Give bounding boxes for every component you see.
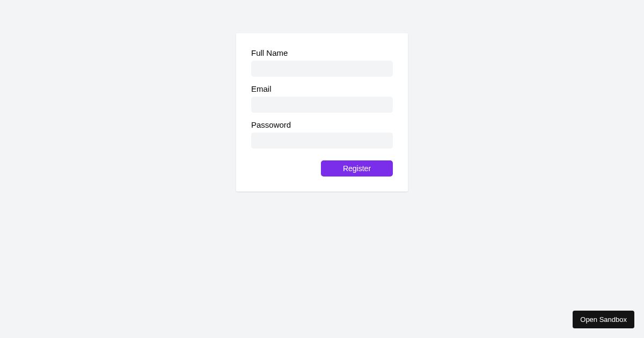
password-label: Passoword	[251, 120, 393, 129]
email-label: Email	[251, 84, 393, 93]
password-input[interactable]	[251, 133, 393, 149]
button-row: Register	[251, 160, 393, 177]
open-sandbox-button[interactable]: Open Sandbox	[573, 311, 634, 328]
register-button[interactable]: Register	[321, 160, 393, 177]
fullname-label: Full Name	[251, 48, 393, 57]
email-field-group: Email	[251, 84, 393, 113]
email-input[interactable]	[251, 97, 393, 113]
register-form-card: Full Name Email Passoword Register	[236, 33, 408, 192]
password-field-group: Passoword	[251, 120, 393, 149]
fullname-input[interactable]	[251, 61, 393, 77]
fullname-field-group: Full Name	[251, 48, 393, 77]
